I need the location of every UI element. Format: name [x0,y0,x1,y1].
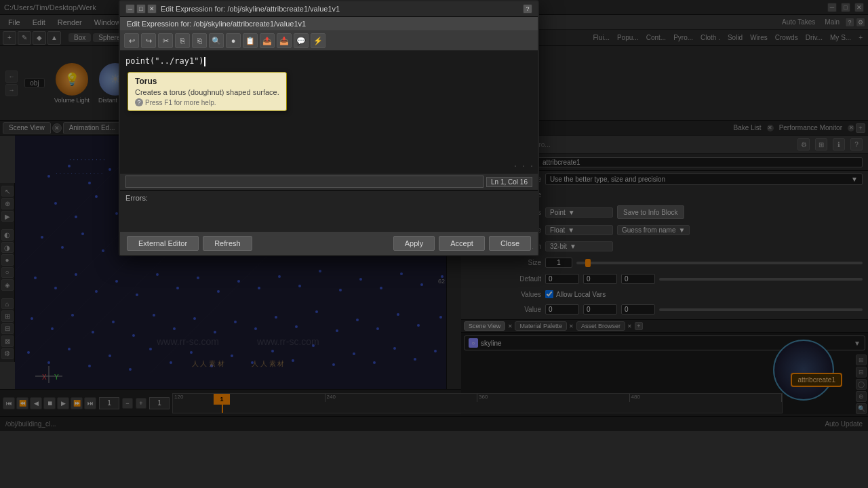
resize-dots: · · · [513,163,534,170]
dt-export[interactable]: 📤 [260,33,275,48]
refresh-button[interactable]: Refresh [203,236,252,251]
dialog-footer-right: Apply Accept Close [393,236,531,251]
errors-resize: · · · [524,244,534,252]
dialog-subtitle: Edit Expression for: /obj/skyline/attrib… [120,17,538,31]
dt-redo[interactable]: ↪ [141,33,156,48]
dialog-help[interactable]: ? [523,4,532,14]
dt-comment[interactable]: 💬 [294,33,309,48]
dt-copy[interactable]: ⎘ [175,33,190,48]
editor-cursor [204,57,205,66]
dialog-footer-left: External Editor Refresh [127,236,252,251]
tooltip-description: Creates a torus (doughnut) shaped surfac… [135,88,279,96]
tooltip-help-text: Press F1 for more help. [145,99,216,106]
torus-tooltip: Torus Creates a torus (doughnut) shaped … [127,72,287,111]
code-editor[interactable]: point("../ray1") · · · [120,51,538,173]
accept-button[interactable]: Accept [439,236,485,251]
help-circle-icon: ? [135,98,143,106]
dt-import[interactable]: 📥 [277,33,292,48]
expression-dialog: ─ □ ✕ Edit Expression for: /obj/skyline/… [119,0,539,256]
dt-undo[interactable]: ↩ [124,33,139,48]
dt-cut[interactable]: ✂ [158,33,173,48]
dialog-status-bar: Ln 1, Col 16 [120,173,538,190]
dt-clipboard[interactable]: 📋 [243,33,258,48]
dialog-win-controls: ─ □ ✕ [125,4,157,14]
dialog-close[interactable]: ✕ [147,4,157,14]
errors-section: Errors: · · · [120,190,538,231]
tooltip-title: Torus [135,77,279,86]
dialog-minimize[interactable]: ─ [125,4,135,14]
dt-run[interactable]: ⚡ [311,33,326,48]
editor-content: point("../ray1") [125,56,204,66]
dt-dot[interactable]: ● [226,33,241,48]
dt-find[interactable]: 🔍 [209,33,224,48]
dialog-status-input[interactable] [125,176,484,188]
tooltip-help: ? Press F1 for more help. [135,98,279,106]
apply-button[interactable]: Apply [393,236,435,251]
dialog-overlay: ─ □ ✕ Edit Expression for: /obj/skyline/… [0,0,868,488]
dialog-toolbar: ↩ ↪ ✂ ⎘ ⎗ 🔍 ● 📋 📤 📥 💬 ⚡ [120,31,538,51]
dialog-title: Edit Expression for: /obj/skyline/attrib… [161,5,519,13]
errors-label: Errors: [125,194,532,202]
dialog-titlebar: ─ □ ✕ Edit Expression for: /obj/skyline/… [120,1,538,17]
dialog-maximize[interactable]: □ [136,4,146,14]
dialog-footer: External Editor Refresh Apply Accept Clo… [120,231,538,255]
dt-paste[interactable]: ⎗ [192,33,207,48]
dialog-pos-indicator: Ln 1, Col 16 [486,177,532,187]
external-editor-button[interactable]: External Editor [127,236,199,251]
